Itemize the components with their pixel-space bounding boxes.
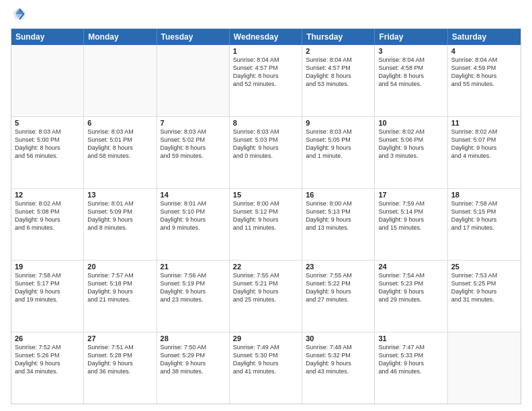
day-number: 9 [306, 119, 371, 127]
day-cell-15: 15Sunrise: 8:00 AM Sunset: 5:12 PM Dayli… [230, 189, 302, 260]
empty-cell [157, 45, 230, 116]
day-number: 23 [306, 263, 371, 271]
day-number: 2 [306, 47, 371, 55]
header [11, 8, 521, 24]
day-number: 17 [378, 191, 443, 199]
logo [11, 8, 28, 24]
day-cell-28: 28Sunrise: 7:50 AM Sunset: 5:29 PM Dayli… [157, 332, 230, 404]
day-number: 24 [378, 263, 443, 271]
day-cell-1: 1Sunrise: 8:04 AM Sunset: 4:57 PM Daylig… [230, 45, 302, 116]
day-info: Sunrise: 7:56 AM Sunset: 5:19 PM Dayligh… [161, 271, 226, 304]
day-cell-9: 9Sunrise: 8:03 AM Sunset: 5:05 PM Daylig… [302, 117, 375, 188]
day-header-friday: Friday [375, 29, 447, 45]
day-info: Sunrise: 7:48 AM Sunset: 5:32 PM Dayligh… [306, 343, 371, 376]
day-cell-20: 20Sunrise: 7:57 AM Sunset: 5:18 PM Dayli… [84, 261, 157, 332]
day-number: 12 [15, 191, 80, 199]
day-header-saturday: Saturday [448, 29, 521, 45]
day-info: Sunrise: 7:47 AM Sunset: 5:33 PM Dayligh… [378, 343, 443, 376]
day-number: 4 [451, 47, 517, 55]
calendar: SundayMondayTuesdayWednesdayThursdayFrid… [11, 28, 521, 404]
logo-icon [12, 7, 27, 21]
day-info: Sunrise: 8:02 AM Sunset: 5:08 PM Dayligh… [15, 199, 80, 232]
day-info: Sunrise: 8:02 AM Sunset: 5:06 PM Dayligh… [378, 128, 443, 161]
day-number: 1 [233, 47, 298, 55]
day-info: Sunrise: 8:04 AM Sunset: 4:57 PM Dayligh… [233, 56, 298, 89]
week-row-2: 5Sunrise: 8:03 AM Sunset: 5:00 PM Daylig… [11, 117, 521, 189]
day-cell-8: 8Sunrise: 8:03 AM Sunset: 5:03 PM Daylig… [230, 117, 302, 188]
day-info: Sunrise: 7:59 AM Sunset: 5:14 PM Dayligh… [378, 199, 443, 232]
day-info: Sunrise: 8:00 AM Sunset: 5:13 PM Dayligh… [306, 199, 371, 232]
day-number: 26 [15, 334, 80, 342]
day-cell-24: 24Sunrise: 7:54 AM Sunset: 5:23 PM Dayli… [375, 261, 447, 332]
week-row-3: 12Sunrise: 8:02 AM Sunset: 5:08 PM Dayli… [11, 189, 521, 261]
day-info: Sunrise: 8:01 AM Sunset: 5:10 PM Dayligh… [161, 199, 226, 232]
day-number: 7 [161, 119, 226, 127]
calendar-body: 1Sunrise: 8:04 AM Sunset: 4:57 PM Daylig… [11, 45, 521, 404]
day-info: Sunrise: 8:00 AM Sunset: 5:12 PM Dayligh… [233, 199, 298, 232]
day-cell-26: 26Sunrise: 7:52 AM Sunset: 5:26 PM Dayli… [11, 332, 84, 404]
page: SundayMondayTuesdayWednesdayThursdayFrid… [0, 0, 532, 411]
day-info: Sunrise: 8:04 AM Sunset: 4:58 PM Dayligh… [378, 56, 443, 89]
day-info: Sunrise: 8:04 AM Sunset: 4:57 PM Dayligh… [306, 56, 371, 89]
day-cell-13: 13Sunrise: 8:01 AM Sunset: 5:09 PM Dayli… [84, 189, 157, 260]
day-number: 14 [161, 191, 226, 199]
day-info: Sunrise: 7:57 AM Sunset: 5:18 PM Dayligh… [87, 271, 152, 304]
day-info: Sunrise: 8:03 AM Sunset: 5:03 PM Dayligh… [233, 128, 298, 161]
day-info: Sunrise: 8:04 AM Sunset: 4:59 PM Dayligh… [451, 56, 517, 89]
day-cell-27: 27Sunrise: 7:51 AM Sunset: 5:28 PM Dayli… [84, 332, 157, 404]
day-number: 18 [451, 191, 517, 199]
day-info: Sunrise: 8:03 AM Sunset: 5:00 PM Dayligh… [15, 128, 80, 161]
day-number: 27 [87, 334, 152, 342]
day-info: Sunrise: 7:52 AM Sunset: 5:26 PM Dayligh… [15, 343, 80, 376]
day-number: 31 [378, 334, 443, 342]
day-cell-22: 22Sunrise: 7:55 AM Sunset: 5:21 PM Dayli… [230, 261, 302, 332]
day-cell-25: 25Sunrise: 7:53 AM Sunset: 5:25 PM Dayli… [448, 261, 521, 332]
day-info: Sunrise: 8:03 AM Sunset: 5:01 PM Dayligh… [87, 128, 152, 161]
day-info: Sunrise: 7:50 AM Sunset: 5:29 PM Dayligh… [161, 343, 226, 376]
day-cell-12: 12Sunrise: 8:02 AM Sunset: 5:08 PM Dayli… [11, 189, 84, 260]
week-row-5: 26Sunrise: 7:52 AM Sunset: 5:26 PM Dayli… [11, 332, 521, 404]
day-number: 21 [161, 263, 226, 271]
week-row-4: 19Sunrise: 7:58 AM Sunset: 5:17 PM Dayli… [11, 261, 521, 332]
day-number: 22 [233, 263, 298, 271]
day-number: 3 [378, 47, 443, 55]
calendar-header: SundayMondayTuesdayWednesdayThursdayFrid… [11, 29, 521, 45]
day-cell-23: 23Sunrise: 7:55 AM Sunset: 5:22 PM Dayli… [302, 261, 375, 332]
day-info: Sunrise: 7:58 AM Sunset: 5:15 PM Dayligh… [451, 199, 517, 232]
day-info: Sunrise: 8:03 AM Sunset: 5:02 PM Dayligh… [161, 128, 226, 161]
day-number: 15 [233, 191, 298, 199]
day-cell-19: 19Sunrise: 7:58 AM Sunset: 5:17 PM Dayli… [11, 261, 84, 332]
empty-cell [11, 45, 84, 116]
day-cell-3: 3Sunrise: 8:04 AM Sunset: 4:58 PM Daylig… [375, 45, 447, 116]
day-info: Sunrise: 7:53 AM Sunset: 5:25 PM Dayligh… [451, 271, 517, 304]
day-cell-11: 11Sunrise: 8:02 AM Sunset: 5:07 PM Dayli… [448, 117, 521, 188]
empty-cell [448, 332, 521, 404]
day-cell-6: 6Sunrise: 8:03 AM Sunset: 5:01 PM Daylig… [84, 117, 157, 188]
day-info: Sunrise: 7:51 AM Sunset: 5:28 PM Dayligh… [87, 343, 152, 376]
day-cell-5: 5Sunrise: 8:03 AM Sunset: 5:00 PM Daylig… [11, 117, 84, 188]
day-number: 16 [306, 191, 371, 199]
day-number: 5 [15, 119, 80, 127]
day-number: 8 [233, 119, 298, 127]
day-number: 11 [451, 119, 517, 127]
day-number: 28 [161, 334, 226, 342]
day-cell-16: 16Sunrise: 8:00 AM Sunset: 5:13 PM Dayli… [302, 189, 375, 260]
day-cell-14: 14Sunrise: 8:01 AM Sunset: 5:10 PM Dayli… [157, 189, 230, 260]
day-cell-29: 29Sunrise: 7:49 AM Sunset: 5:30 PM Dayli… [230, 332, 302, 404]
day-cell-31: 31Sunrise: 7:47 AM Sunset: 5:33 PM Dayli… [375, 332, 447, 404]
day-info: Sunrise: 7:55 AM Sunset: 5:22 PM Dayligh… [306, 271, 371, 304]
day-number: 29 [233, 334, 298, 342]
day-cell-21: 21Sunrise: 7:56 AM Sunset: 5:19 PM Dayli… [157, 261, 230, 332]
day-number: 30 [306, 334, 371, 342]
day-number: 13 [87, 191, 152, 199]
day-number: 6 [87, 119, 152, 127]
day-cell-18: 18Sunrise: 7:58 AM Sunset: 5:15 PM Dayli… [448, 189, 521, 260]
day-cell-17: 17Sunrise: 7:59 AM Sunset: 5:14 PM Dayli… [375, 189, 447, 260]
day-header-thursday: Thursday [302, 29, 375, 45]
day-header-sunday: Sunday [11, 29, 84, 45]
day-cell-30: 30Sunrise: 7:48 AM Sunset: 5:32 PM Dayli… [302, 332, 375, 404]
day-cell-2: 2Sunrise: 8:04 AM Sunset: 4:57 PM Daylig… [302, 45, 375, 116]
day-header-tuesday: Tuesday [157, 29, 230, 45]
day-number: 19 [15, 263, 80, 271]
empty-cell [84, 45, 157, 116]
